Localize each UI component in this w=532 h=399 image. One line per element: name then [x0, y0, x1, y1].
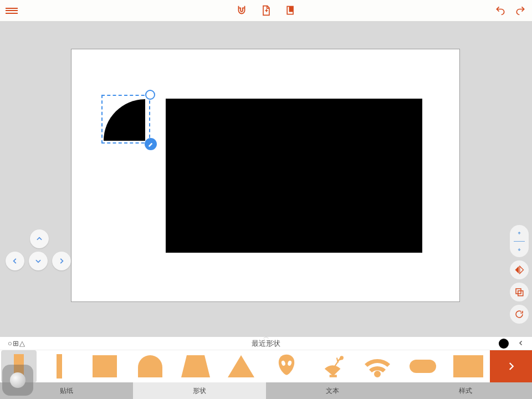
satellite-icon [319, 354, 345, 378]
undo-icon [494, 5, 507, 16]
page-navigator [6, 252, 71, 270]
shape-panel: ︿ ○⊞△ 最近形状 贴纸 形状 文本 样式 [0, 337, 532, 399]
wifi-icon [364, 355, 391, 377]
snap-button[interactable] [234, 3, 249, 18]
shape-option-bar[interactable] [37, 350, 82, 382]
shape-option-satellite[interactable] [309, 350, 355, 382]
chevron-left-icon [11, 257, 19, 265]
chevron-right-icon [506, 361, 516, 371]
duplicate-icon [514, 287, 524, 297]
top-toolbar [0, 0, 532, 21]
fill-swatch[interactable] [499, 339, 509, 349]
svg-marker-4 [181, 355, 210, 377]
flip-vertical-down-icon [515, 243, 524, 252]
magnet-icon [236, 4, 248, 17]
new-page-icon [260, 4, 272, 17]
tab-shape[interactable]: 形状 [133, 382, 266, 399]
page-up-button[interactable] [30, 229, 49, 248]
flip-horizontal-icon [514, 264, 525, 275]
svg-marker-5 [228, 355, 254, 377]
chevron-up-icon [35, 235, 43, 243]
shape-option-triangle[interactable] [218, 350, 264, 382]
redo-icon [514, 5, 526, 16]
undo-button[interactable] [493, 3, 508, 18]
page-prev-button[interactable] [6, 252, 24, 270]
redo-button[interactable] [513, 3, 528, 18]
shape-option-pill[interactable] [400, 350, 446, 382]
shape-option-rect[interactable] [446, 350, 491, 382]
mode-indicator[interactable]: ○⊞△ [8, 339, 25, 347]
paste-page-button[interactable] [283, 3, 298, 18]
shape-option-square[interactable] [82, 350, 127, 382]
chevron-left-icon [518, 340, 524, 346]
shapes-next-button[interactable] [490, 350, 532, 382]
triangle-icon [228, 355, 254, 377]
svg-point-8 [340, 356, 344, 360]
panel-header: ︿ ○⊞△ 最近形状 [0, 337, 532, 350]
paste-page-icon [285, 4, 296, 17]
trapezoid-icon [181, 355, 210, 377]
duplicate-button[interactable] [510, 283, 529, 301]
menu-button[interactable] [4, 3, 19, 18]
panel-collapse-button[interactable] [518, 339, 524, 348]
shape-option-arch[interactable] [127, 350, 173, 382]
shape-option-alien[interactable] [264, 350, 309, 382]
rotate-button[interactable] [510, 305, 529, 324]
pencil-icon [148, 141, 154, 147]
panel-grip[interactable]: ︿ [263, 335, 269, 338]
panel-tabs: 贴纸 形状 文本 样式 [0, 382, 532, 399]
svg-rect-1 [289, 7, 294, 12]
flip-tool[interactable] [510, 225, 529, 257]
flip-vertical-icon [515, 231, 524, 240]
new-page-button[interactable] [259, 3, 273, 18]
shape-palette [0, 350, 532, 382]
tab-style[interactable]: 样式 [399, 382, 532, 399]
svg-rect-9 [330, 375, 337, 377]
selected-shape[interactable] [101, 95, 150, 144]
shape-rectangle[interactable] [166, 99, 422, 253]
alien-icon [277, 354, 296, 378]
flip-horizontal-button[interactable] [510, 260, 529, 279]
rotate-handle[interactable] [145, 90, 155, 100]
page[interactable] [71, 49, 460, 302]
selection-outline [101, 95, 150, 144]
assistive-touch-dot [10, 372, 25, 388]
page-next-button[interactable] [52, 252, 71, 270]
assistive-touch[interactable] [2, 365, 33, 396]
panel-title: 最近形状 [252, 339, 280, 349]
shape-option-wifi[interactable] [355, 350, 400, 382]
tab-text[interactable]: 文本 [266, 382, 399, 399]
edit-handle[interactable] [145, 138, 157, 150]
chevron-right-icon [58, 257, 65, 265]
page-down-button[interactable] [29, 252, 48, 270]
rotate-icon [514, 309, 524, 319]
menu-icon [6, 6, 18, 15]
shape-option-trapezoid[interactable] [173, 350, 218, 382]
canvas-area[interactable] [0, 21, 532, 337]
chevron-down-icon [34, 257, 42, 265]
object-tools [510, 225, 529, 346]
